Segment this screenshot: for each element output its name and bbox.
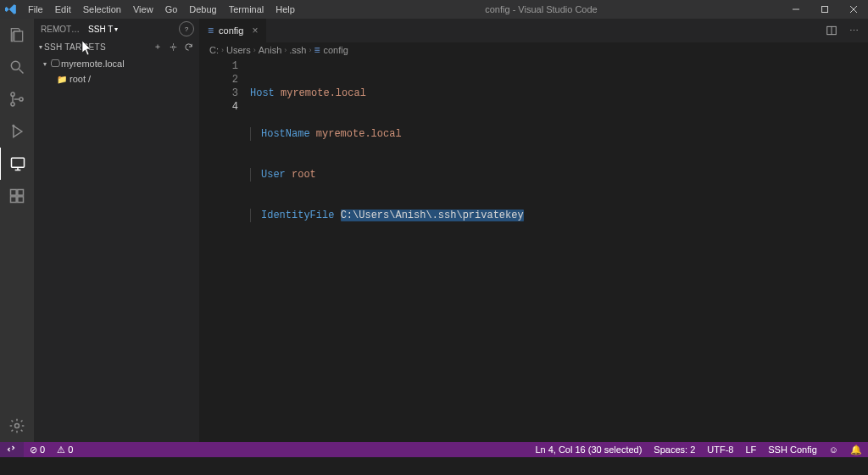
editor-group: ≡ config × ⋯ C:› Users› Anish› .ssh› ≡co… — [199, 19, 868, 442]
svg-line-5 — [19, 70, 24, 74]
window-title: config - Visual Studio Code — [301, 4, 782, 14]
activity-extensions[interactable] — [0, 180, 34, 212]
line-gutter: 1 2 3 4 — [199, 58, 250, 442]
editor-tab-config[interactable]: ≡ config × — [199, 19, 267, 42]
svg-rect-13 — [11, 190, 17, 196]
selection: C:\Users\Anish\.ssh\privatekey — [341, 210, 524, 221]
menu-selection[interactable]: Selection — [77, 3, 127, 16]
crumb[interactable]: Users — [226, 45, 251, 55]
tree-host-row[interactable]: ▾ 🖵 myremote.local — [34, 56, 199, 71]
chevron-right-icon: › — [221, 46, 224, 54]
more-icon[interactable]: ⋯ — [844, 25, 863, 36]
menu-file[interactable]: File — [22, 3, 49, 16]
split-editor-icon[interactable] — [826, 25, 844, 36]
status-bell-icon[interactable]: 🔔 — [844, 442, 868, 457]
svg-point-4 — [11, 61, 19, 70]
svg-point-7 — [11, 103, 14, 106]
ssh-targets-tree: ▾ 🖵 myremote.local 📁 root / — [34, 54, 199, 87]
maximize-button[interactable] — [810, 0, 839, 19]
titlebar: File Edit Selection View Go Debug Termin… — [0, 0, 868, 19]
minimize-button[interactable] — [782, 0, 810, 19]
svg-rect-14 — [11, 197, 17, 203]
svg-point-6 — [11, 92, 14, 96]
menu-help[interactable]: Help — [270, 3, 301, 16]
tree-host-label: myremote.local — [61, 59, 125, 69]
add-icon[interactable]: ＋ — [152, 41, 164, 53]
breadcrumb: C:› Users› Anish› .ssh› ≡config — [199, 42, 868, 58]
status-remote[interactable] — [0, 442, 24, 457]
activity-settings[interactable] — [0, 410, 34, 442]
chevron-down-icon: ▾ — [41, 60, 49, 68]
chevron-right-icon: › — [284, 46, 287, 54]
menu-bar: File Edit Selection View Go Debug Termin… — [0, 3, 301, 16]
status-eol[interactable]: LF — [739, 442, 762, 457]
status-errors[interactable]: ⊘ 0 — [24, 442, 51, 457]
crumb[interactable]: C: — [209, 45, 219, 55]
status-encoding[interactable]: UTF-8 — [701, 442, 739, 457]
chevron-down-icon: ▾ — [114, 25, 118, 33]
activity-debug[interactable] — [0, 115, 34, 148]
editor-tab-label: config — [219, 25, 243, 36]
minimap[interactable] — [834, 58, 868, 442]
svg-point-8 — [19, 98, 23, 101]
close-icon[interactable]: × — [252, 25, 258, 36]
menu-view[interactable]: View — [127, 3, 159, 16]
activity-scm[interactable] — [0, 83, 34, 115]
monitor-icon: 🖵 — [49, 58, 61, 70]
status-warnings[interactable]: ⚠ 0 — [51, 442, 79, 457]
crumb[interactable]: .ssh — [289, 45, 306, 55]
menu-debug[interactable]: Debug — [183, 3, 222, 16]
remote-icon — [7, 444, 17, 455]
main: REMOT… SSH T ▾ ? ▾ SSH TARGETS ＋ ▾ 🖵 myr… — [0, 19, 868, 442]
tree-user-row[interactable]: 📁 root / — [34, 71, 199, 87]
status-feedback-icon[interactable]: ☺ — [823, 442, 844, 457]
status-cursor-pos[interactable]: Ln 4, Col 16 (30 selected) — [529, 442, 648, 457]
sidebar-header: REMOT… SSH T ▾ ? — [34, 19, 199, 39]
sidebar-tab-remote[interactable]: REMOT… — [34, 25, 86, 34]
file-config-icon: ≡ — [208, 25, 214, 36]
chevron-right-icon: › — [253, 46, 256, 54]
chevron-down-icon: ▾ — [39, 43, 42, 51]
chevron-right-icon: › — [309, 46, 311, 54]
crumb[interactable]: Anish — [259, 45, 282, 55]
menu-go[interactable]: Go — [159, 3, 184, 16]
svg-rect-1 — [822, 7, 828, 13]
tree-user-label: root / — [70, 74, 91, 84]
sidebar-section-header[interactable]: ▾ SSH TARGETS ＋ — [34, 39, 199, 54]
code-editor[interactable]: 1 2 3 4 Host myremote.local HostName myr… — [199, 58, 868, 442]
configure-icon[interactable] — [167, 41, 179, 53]
crumb-file[interactable]: ≡config — [314, 44, 348, 56]
statusbar: ⊘ 0 ⚠ 0 Ln 4, Col 16 (30 selected) Space… — [0, 442, 868, 457]
sidebar: REMOT… SSH T ▾ ? ▾ SSH TARGETS ＋ ▾ 🖵 myr… — [34, 19, 199, 442]
svg-rect-10 — [12, 158, 25, 167]
menu-terminal[interactable]: Terminal — [223, 3, 270, 16]
folder-icon: 📁 — [56, 75, 68, 84]
svg-rect-16 — [18, 190, 24, 196]
vscode-logo-icon — [5, 3, 17, 15]
refresh-icon[interactable] — [182, 41, 194, 53]
editor-tabbar: ≡ config × ⋯ — [199, 19, 868, 42]
file-config-icon: ≡ — [314, 44, 320, 56]
menu-edit[interactable]: Edit — [49, 3, 77, 16]
activity-bar — [0, 19, 34, 442]
svg-point-17 — [15, 424, 19, 428]
help-icon[interactable]: ? — [179, 21, 194, 36]
status-indent[interactable]: Spaces: 2 — [648, 442, 701, 457]
sidebar-dropdown[interactable]: SSH T ▾ — [86, 25, 123, 34]
editor-actions: ⋯ — [826, 19, 868, 42]
window-controls — [782, 0, 868, 19]
code-lines[interactable]: Host myremote.local HostName myremote.lo… — [250, 58, 834, 442]
close-button[interactable] — [839, 0, 868, 19]
activity-search[interactable] — [0, 51, 34, 83]
svg-point-18 — [172, 46, 175, 48]
activity-remote-explorer[interactable] — [0, 148, 35, 180]
status-language[interactable]: SSH Config — [762, 442, 822, 457]
activity-explorer[interactable] — [0, 19, 34, 51]
section-label: SSH TARGETS — [44, 42, 106, 52]
svg-rect-15 — [18, 197, 24, 203]
